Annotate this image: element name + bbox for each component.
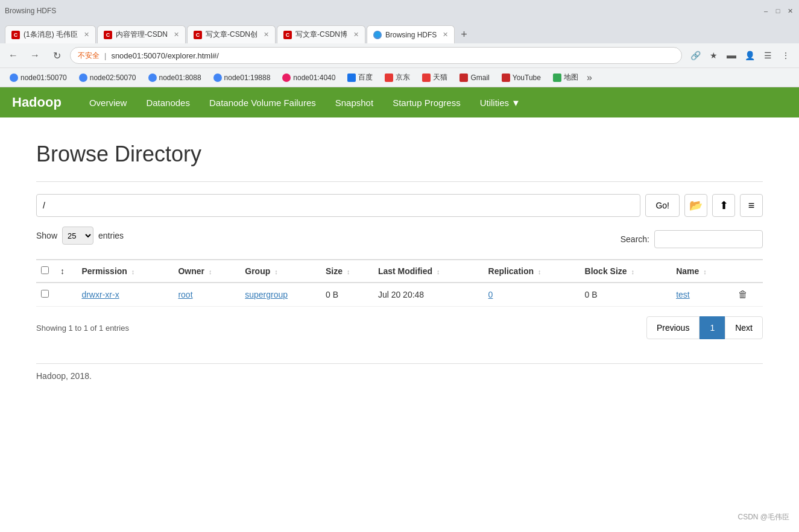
tab-close-3[interactable]: ✕ [264, 31, 269, 39]
select-all-checkbox[interactable] [41, 266, 49, 274]
hadoop-navbar: Hadoop Overview Datanodes Datanode Volum… [0, 87, 799, 117]
entries-label: entries [98, 231, 124, 240]
tab-label-4: 写文章-CSDN博 [295, 30, 347, 40]
tab-label-2: 内容管理-CSDN [116, 30, 168, 40]
list-icon: ≡ [748, 199, 755, 212]
bookmark-node01-19888[interactable]: node01:19888 [209, 72, 276, 84]
sidebar-toggle-icon[interactable]: ☰ [759, 47, 776, 64]
tab-3[interactable]: C 写文章-CSDN创 ✕ [187, 25, 276, 43]
row-permission: drwxr-xr-x [77, 283, 173, 307]
nav-datanode-volume-failures[interactable]: Datanode Volume Failures [200, 87, 326, 117]
nav-datanodes[interactable]: Datanodes [136, 87, 200, 117]
th-name[interactable]: Name ↕ [671, 260, 733, 283]
th-block-size[interactable]: Block Size ↕ [580, 260, 672, 283]
tab-1[interactable]: C (1条消息) 毛伟臣 ✕ [5, 25, 96, 43]
permission-link[interactable]: drwxr-xr-x [81, 290, 119, 299]
show-row: Show 25 10 50 100 entries [36, 227, 124, 245]
upload-icon-btn[interactable]: ⬆ [712, 194, 735, 217]
upload-icon: ⬆ [719, 199, 728, 212]
row-checkbox[interactable] [41, 290, 49, 298]
replication-link[interactable]: 0 [488, 290, 493, 299]
list-icon-btn[interactable]: ≡ [740, 194, 763, 217]
tab-favicon-1: C [11, 31, 20, 39]
search-input[interactable] [654, 230, 763, 248]
tab-5[interactable]: 🌐 Browsing HDFS ✕ [367, 25, 455, 43]
search-row: Search: [621, 230, 763, 248]
nav-snapshot[interactable]: Snapshot [326, 87, 383, 117]
back-btn[interactable]: ← [5, 47, 22, 64]
delete-icon[interactable]: 🗑 [738, 289, 748, 299]
previous-btn[interactable]: Previous [646, 316, 700, 339]
th-last-modified[interactable]: Last Modified ↕ [373, 260, 484, 283]
show-label: Show [36, 231, 57, 240]
name-link[interactable]: test [676, 290, 690, 299]
owner-link[interactable]: root [178, 290, 192, 299]
tab-close-5[interactable]: ✕ [443, 31, 448, 39]
bookmark-tmall[interactable]: 天猫 [417, 70, 452, 84]
restore-btn[interactable]: □ [774, 7, 782, 15]
tab-close-4[interactable]: ✕ [353, 31, 359, 39]
show-select[interactable]: 25 10 50 100 [62, 227, 93, 245]
table-header-row: ↕ Permission ↕ Owner ↕ Group ↕ Size ↕ [36, 260, 763, 283]
bookmark-gmail[interactable]: Gmail [455, 72, 494, 84]
menu-icon[interactable]: ⋮ [777, 47, 794, 64]
th-sort-all[interactable]: ↕ [55, 260, 77, 283]
bookmark-star-icon[interactable]: ★ [705, 47, 722, 64]
minimize-btn[interactable]: – [762, 7, 770, 15]
tab-label-1: (1条消息) 毛伟臣 [24, 30, 78, 40]
close-btn[interactable]: ✕ [786, 7, 794, 15]
tab-4[interactable]: C 写文章-CSDN博 ✕ [277, 25, 365, 43]
title-bar: Browsing HDFS – □ ✕ [0, 0, 799, 22]
folder-icon: 📂 [689, 199, 703, 212]
nav-overview[interactable]: Overview [80, 87, 137, 117]
pagination-row: Showing 1 to 1 of 1 entries Previous 1 N… [36, 316, 763, 339]
bookmarks-more-icon[interactable]: » [587, 72, 592, 83]
extensions-icon[interactable]: ▬ [723, 47, 740, 64]
th-permission[interactable]: Permission ↕ [77, 260, 173, 283]
forward-btn[interactable]: → [27, 47, 43, 64]
row-delete-cell: 🗑 [733, 283, 763, 307]
bookmark-node01-50070[interactable]: node01:50070 [5, 72, 72, 84]
tab-favicon-2: C [104, 31, 112, 39]
bookmark-node01-8088[interactable]: node01:8088 [144, 72, 206, 84]
reload-btn[interactable]: ↻ [48, 47, 65, 64]
tab-close-1[interactable]: ✕ [84, 31, 89, 39]
next-btn[interactable]: Next [725, 316, 763, 339]
tab-label-3: 写文章-CSDN创 [206, 30, 257, 40]
current-page-btn[interactable]: 1 [700, 316, 725, 339]
tab-close-2[interactable]: ✕ [174, 31, 179, 39]
bookmark-jd[interactable]: 京东 [380, 70, 415, 84]
row-last-modified: Jul 20 20:48 [373, 283, 484, 307]
row-size: 0 B [321, 283, 373, 307]
th-checkbox [36, 260, 55, 283]
profile-icon[interactable]: 👤 [741, 47, 758, 64]
footer-text: Hadoop, 2018. [36, 371, 763, 381]
address-bar[interactable]: 不安全 | snode01:50070/explorer.html#/ [70, 47, 682, 64]
bookmark-map[interactable]: 地图 [548, 70, 583, 84]
address-bar-row: ← → ↻ 不安全 | snode01:50070/explorer.html#… [0, 43, 799, 67]
entries-search-row: Show 25 10 50 100 entries Search: [36, 227, 763, 252]
footer-divider [36, 363, 763, 364]
tab-2[interactable]: C 内容管理-CSDN ✕ [97, 25, 186, 43]
nav-startup-progress[interactable]: Startup Progress [383, 87, 470, 117]
bookmark-node02-50070[interactable]: node02:50070 [74, 72, 141, 84]
bookmarks-bar: node01:50070 node02:50070 node01:8088 no… [0, 67, 799, 87]
folder-icon-btn[interactable]: 📂 [684, 194, 707, 217]
th-replication[interactable]: Replication ↕ [484, 260, 580, 283]
th-size[interactable]: Size ↕ [321, 260, 373, 283]
new-tab-btn[interactable]: + [458, 25, 470, 43]
group-link[interactable]: supergroup [245, 290, 288, 299]
bookmark-baidu[interactable]: 百度 [343, 70, 377, 84]
th-owner[interactable]: Owner ↕ [173, 260, 240, 283]
row-replication: 0 [484, 283, 580, 307]
sort-name-icon: ↕ [703, 268, 707, 275]
nav-utilities[interactable]: Utilities ▼ [470, 87, 530, 117]
th-group[interactable]: Group ↕ [240, 260, 321, 283]
share-icon[interactable]: 🔗 [687, 47, 704, 64]
path-input[interactable] [36, 194, 640, 217]
sort-size-icon: ↕ [347, 268, 350, 275]
bookmark-node01-4040[interactable]: node01:4040 [277, 72, 340, 84]
bookmark-youtube[interactable]: YouTube [497, 72, 546, 84]
go-button[interactable]: Go! [645, 194, 680, 217]
tab-favicon-5: 🌐 [373, 31, 382, 39]
